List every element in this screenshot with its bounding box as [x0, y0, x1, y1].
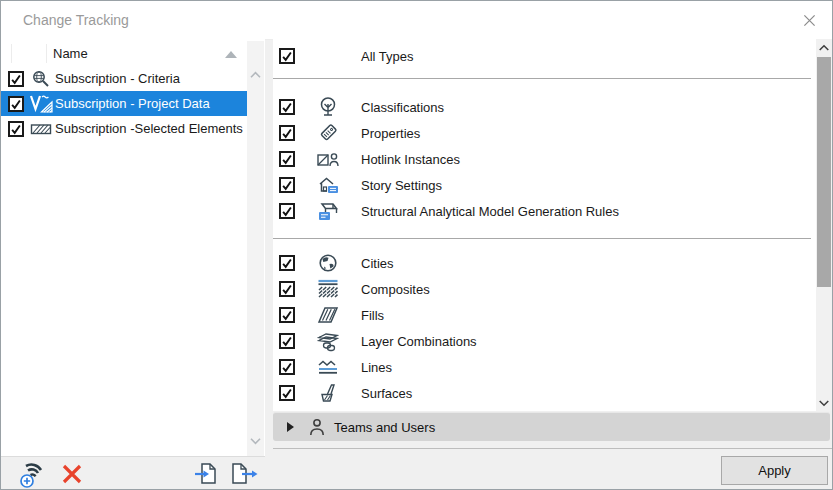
scroll-up-icon[interactable]	[248, 67, 263, 82]
right-scrollbar[interactable]	[816, 39, 832, 411]
subscription-label: Subscription - Criteria	[55, 71, 180, 86]
properties-icon	[315, 121, 341, 145]
subscription-row-criteria[interactable]: Subscription - Criteria	[1, 66, 247, 91]
type-label: Structural Analytical Model Generation R…	[361, 204, 619, 219]
checkbox[interactable]	[279, 281, 295, 297]
change-types-panel: All Types Classifications	[273, 39, 832, 411]
type-row-classifications[interactable]: Classifications	[273, 94, 813, 120]
scroll-down-icon[interactable]	[816, 395, 832, 411]
classifications-icon	[315, 95, 341, 119]
clipped-next-item-icon	[327, 405, 343, 410]
apply-button[interactable]: Apply	[721, 456, 828, 485]
type-label: Properties	[361, 126, 420, 141]
column-separator	[11, 44, 12, 63]
person-icon	[307, 417, 327, 437]
story-settings-icon	[315, 173, 341, 197]
checkbox[interactable]	[279, 177, 295, 193]
selected-elements-icon	[29, 119, 53, 139]
subscription-label: Subscription -Selected Elements	[55, 121, 243, 136]
import-icon[interactable]	[193, 460, 222, 487]
type-row-surfaces[interactable]: Surfaces	[273, 380, 813, 406]
checkbox[interactable]	[279, 151, 295, 167]
type-label: Composites	[361, 282, 430, 297]
checkbox[interactable]	[279, 125, 295, 141]
delete-icon[interactable]	[59, 461, 85, 487]
type-row-all-types[interactable]: All Types	[273, 43, 813, 69]
type-row-cities[interactable]: Cities	[273, 250, 813, 276]
checkbox[interactable]	[8, 96, 24, 112]
scroll-down-icon[interactable]	[248, 434, 263, 449]
subscription-label: Subscription - Project Data	[55, 96, 210, 111]
type-label: Surfaces	[361, 386, 412, 401]
subscription-row-selected-elements[interactable]: Subscription -Selected Elements	[1, 116, 247, 141]
type-row-properties[interactable]: Properties	[273, 120, 813, 146]
checkbox[interactable]	[279, 307, 295, 323]
structural-rules-icon	[315, 199, 341, 223]
column-separator	[46, 44, 47, 63]
teams-and-users-label: Teams and Users	[334, 420, 435, 435]
checkbox[interactable]	[279, 99, 295, 115]
group-divider	[273, 238, 811, 239]
type-label: Layer Combinations	[361, 334, 477, 349]
left-scrollbar[interactable]	[247, 41, 264, 456]
title-bar: Change Tracking	[1, 1, 832, 40]
add-subscription-icon[interactable]	[15, 458, 53, 490]
dialog-title: Change Tracking	[23, 12, 129, 28]
lines-icon	[315, 355, 341, 379]
type-row-lines[interactable]: Lines	[273, 354, 813, 380]
cities-icon	[315, 251, 341, 275]
checkbox[interactable]	[279, 203, 295, 219]
scroll-up-icon[interactable]	[816, 39, 832, 55]
checkbox[interactable]	[279, 333, 295, 349]
type-row-layer-combinations[interactable]: Layer Combinations	[273, 328, 813, 354]
type-label: Cities	[361, 256, 394, 271]
subscriptions-toolbar	[1, 456, 265, 490]
type-label: Story Settings	[361, 178, 442, 193]
footer-divider	[273, 448, 832, 449]
checkbox[interactable]	[8, 71, 24, 87]
close-icon[interactable]	[794, 5, 824, 35]
scrollbar-thumb[interactable]	[817, 57, 831, 287]
checkbox[interactable]	[279, 359, 295, 375]
type-row-composites[interactable]: Composites	[273, 276, 813, 302]
type-row-structural-rules[interactable]: Structural Analytical Model Generation R…	[273, 198, 813, 224]
expand-arrow-icon[interactable]	[287, 422, 294, 432]
layer-combinations-icon	[315, 329, 341, 353]
fills-icon	[315, 303, 341, 327]
criteria-search-icon	[29, 69, 53, 89]
checkbox[interactable]	[279, 385, 295, 401]
type-row-fills[interactable]: Fills	[273, 302, 813, 328]
subscriptions-panel: Name Subscription - Criteria	[1, 39, 265, 456]
group-divider	[273, 78, 811, 79]
type-label: Hotlink Instances	[361, 152, 460, 167]
surfaces-icon	[315, 381, 341, 405]
name-column-header[interactable]: Name	[53, 46, 88, 61]
export-icon[interactable]	[229, 460, 260, 487]
project-data-icon	[29, 94, 53, 114]
type-label: Classifications	[361, 100, 444, 115]
type-label: All Types	[361, 49, 414, 64]
type-row-story-settings[interactable]: Story Settings	[273, 172, 813, 198]
checkbox[interactable]	[279, 255, 295, 271]
checkbox[interactable]	[279, 48, 295, 64]
type-label: Lines	[361, 360, 392, 375]
teams-and-users-bar[interactable]: Teams and Users	[273, 412, 830, 441]
list-header: Name	[1, 41, 247, 67]
type-label: Fills	[361, 308, 384, 323]
composites-icon	[315, 277, 341, 301]
checkbox[interactable]	[8, 121, 24, 137]
sort-ascending-icon[interactable]	[225, 51, 237, 58]
type-row-hotlink-instances[interactable]: Hotlink Instances	[273, 146, 813, 172]
hotlink-instances-icon	[315, 147, 341, 171]
change-tracking-dialog: Change Tracking Name Subs	[0, 0, 833, 490]
subscription-row-project-data[interactable]: Subscription - Project Data	[1, 91, 247, 116]
